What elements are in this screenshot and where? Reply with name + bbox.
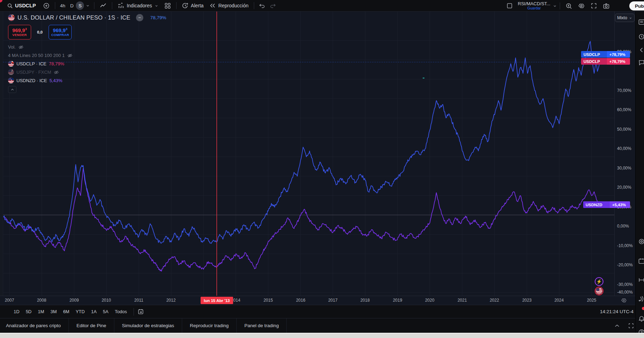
title-minus-pill-icon[interactable]: − [136,14,143,21]
axis-label: -40,00% [617,290,633,295]
symbol-name: USDCLP [15,3,36,8]
watchlist-icon[interactable] [638,19,644,26]
tab-strategy-tester[interactable]: Simulador de estrategias [114,318,182,333]
chat-icon[interactable] [638,59,644,66]
gear-icon [578,2,585,9]
bottom-strip [0,333,644,338]
interval-chevron-down-icon[interactable] [85,3,90,8]
axis-label: 20,00% [617,185,631,190]
layout-name-save[interactable]: RSI/MACD/ST... Guardar [518,1,550,10]
ideas-chevron-icon[interactable] [638,46,644,53]
axis-label: -10,00% [617,243,633,248]
alert-button[interactable]: Alerta [179,1,207,10]
drawing-toolbar-strip[interactable] [0,12,3,296]
range-1d[interactable]: 1D [10,307,23,316]
axis-label: 30,00% [617,166,631,171]
price-tag-usdclp-blue[interactable]: USDCLP +78,79% [581,51,630,58]
chart-region: U.S. DOLLAR / CHILEAN PESO · 1S · ICE − … [0,12,644,296]
range-1a[interactable]: 1A [88,307,100,316]
axis-settings-gear-icon[interactable] [621,297,627,303]
boost-lightning-icon[interactable]: ⚡ [595,277,603,286]
buy-price: 969,9 [53,28,65,33]
chart-style-selector[interactable]: Mixto [615,14,635,22]
clock-utc[interactable]: 14:21:24 UTC-4 [600,305,634,318]
time-axis[interactable]: 2007 2008 2009 2010 2011 2012 2014 2015 … [0,296,644,305]
interval-4h[interactable]: 4h [58,1,68,10]
footer-panel: Analizador de pares cripto Editor de Pin… [0,318,644,333]
chart-style-button[interactable] [97,1,109,10]
publish-button[interactable]: Publicar [629,1,644,10]
tag-value: +5,43% [610,201,630,208]
range-3m[interactable]: 3M [47,307,60,316]
redo-button[interactable] [267,1,278,10]
range-5a[interactable]: 5A [100,307,112,316]
buy-button[interactable]: 969,93 COMPRAR [49,25,72,39]
indicators-button[interactable]: Indicadores [115,1,161,10]
interval-s-active[interactable]: S [76,1,84,10]
save-label[interactable]: Guardar [527,6,541,10]
eye-off-icon[interactable] [67,53,73,58]
panel-maximize-icon[interactable] [628,323,634,329]
chart-plot[interactable]: U.S. DOLLAR / CHILEAN PESO · 1S · ICE − … [3,12,614,296]
year-label: 2023 [522,298,532,303]
toolbar-separator [254,2,254,9]
tab-replay-trading[interactable]: Reproducir trading [182,318,237,333]
range-6m[interactable]: 6M [60,307,72,316]
panel-expand-chevron-icon[interactable] [614,323,620,329]
range-todos[interactable]: Todos [112,307,130,316]
legend-row-usdjpy[interactable]: USDJPY · FXCM [8,69,166,75]
toolbar-separator [176,2,177,9]
year-label: 2012 [166,298,176,303]
layout-select-button[interactable] [503,1,516,11]
settings-button[interactable] [575,1,588,11]
axis-label: 40,00% [617,146,631,151]
usdclp-flag-icon [8,61,14,67]
range-1m[interactable]: 1M [35,307,47,316]
replay-button[interactable]: Reproducción [206,1,251,10]
fullscreen-button[interactable] [588,1,600,11]
hotlists-target-icon[interactable] [638,238,644,245]
indicators-icon [117,2,124,9]
go-to-date-icon[interactable] [137,308,144,315]
layout-chevron-down-icon[interactable] [552,3,557,8]
usdclp-source-label: USDCLP · ICE [16,61,46,66]
calendar-icon[interactable] [638,258,644,265]
tab-pine-editor[interactable]: Editor de Pine [69,318,114,333]
streams-icon[interactable] [638,295,644,302]
us-flag-badge-icon[interactable] [595,287,603,295]
undo-button[interactable] [257,1,267,10]
notification-dot [642,307,644,310]
price-tag-usdnzd[interactable]: USDNZD +5,43% [583,201,630,208]
usdnzd-source-label: USDNZD · ICE [16,78,47,83]
tab-crypto-pairs-analyzer[interactable]: Analizador de pares cripto [0,318,69,333]
interval-d[interactable]: D [68,1,76,10]
compare-add-button[interactable] [40,1,52,10]
sell-button[interactable]: 969,93 VENDER [8,25,31,39]
legend-row-volume[interactable]: Vol. [8,44,166,50]
legend-row-ma-lines[interactable]: 4 MA Lines 20 50 100 200 1 [8,52,166,59]
toolbar-separator [94,2,94,9]
price-tag-usdclp-crimson[interactable]: USDCLP +78,79% [581,58,630,65]
legend-row-usdnzd[interactable]: USDNZD · ICE 5,43% [8,77,166,84]
eye-off-icon[interactable] [53,70,59,75]
snapshot-button[interactable] [600,1,613,11]
alerts-panel-icon[interactable] [638,33,644,40]
quick-search-button[interactable] [563,1,575,11]
range-ytd[interactable]: YTD [72,307,88,316]
notifications-bell-icon[interactable] [638,315,644,322]
recording-dot [0,0,2,2]
legend-row-usdclp[interactable]: USDCLP · ICE 78,79% [8,60,166,67]
range-5d[interactable]: 5D [23,307,35,316]
eye-off-icon[interactable] [18,44,24,50]
legend-collapse-button[interactable] [8,86,16,93]
templates-grid-button[interactable] [162,1,174,10]
axis-label: -30,00% [617,282,633,287]
my-ideas-icon[interactable] [638,276,644,283]
undo-icon [259,2,265,9]
symbol-search-button[interactable]: USDCLP [4,1,39,10]
tab-trading-panel[interactable]: Panel de trading [237,318,287,333]
alert-label: Alerta [191,3,204,8]
style-selector-label: Mixto [617,15,627,20]
chart-title[interactable]: U.S. DOLLAR / CHILEAN PESO · 1S · ICE [17,14,130,21]
usdjpy-source-label: USDJPY · FXCM [16,70,51,75]
